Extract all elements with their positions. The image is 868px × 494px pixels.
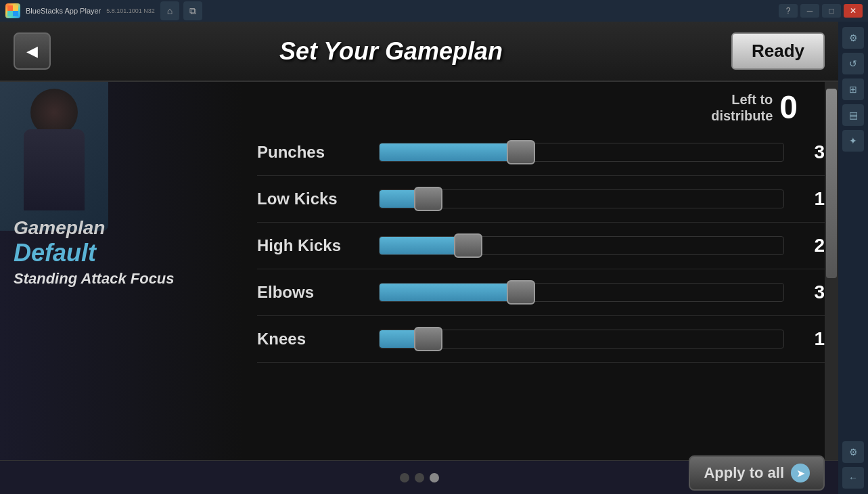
slider-track-3[interactable] [379,283,784,302]
slider-fill-3 [380,284,521,301]
sliders-container: Punches3Low Kicks1High Kicks2Elbows3Knee… [257,129,825,363]
stats-panel: Left todistribute 0 Punches3Low Kicks1Hi… [244,82,838,460]
slider-row-punches: Punches3 [257,129,825,176]
title-nav-icons: ⌂ ⧉ [160,1,202,20]
slider-thumb-2[interactable] [454,233,482,258]
ready-button[interactable]: Ready [731,32,825,70]
bottom-bar: Apply to all ➤ [0,460,838,494]
dot-3[interactable] [430,473,439,482]
slider-track-container-3[interactable] [379,279,784,306]
svg-rect-0 [7,5,13,11]
main-layout: ◀ Set Your Gameplan Ready Gameplan Defau… [0,22,868,494]
close-button[interactable]: ✕ [844,4,863,18]
slider-track-container-4[interactable] [379,325,784,353]
gameplan-info: Gameplan Default Standing Attack Focus [14,217,175,288]
sidebar-icon-back[interactable]: ← [842,467,864,489]
gameplan-value: Default [14,239,175,267]
apply-all-button[interactable]: Apply to all ➤ [689,455,825,491]
slider-row-knees: Knees1 [257,316,825,363]
sidebar-icon-1[interactable]: ⚙ [842,27,864,49]
slider-label-1: Low Kicks [257,189,365,208]
game-header: ◀ Set Your Gameplan Ready [0,22,838,82]
slider-thumb-0[interactable] [507,140,535,164]
app-version: 5.8.101.1001 N32 [106,7,155,14]
slider-label-2: High Kicks [257,236,365,255]
distribute-value: 0 [779,89,798,126]
slider-fill-0 [380,143,521,161]
app-name: BlueStacks App Player [26,7,101,15]
apply-all-label: Apply to all [704,464,784,482]
slider-track-container-1[interactable] [379,185,784,212]
page-title: Set Your Gameplan [51,37,731,66]
back-button[interactable]: ◀ [14,32,51,70]
right-sidebar: ⚙ ↺ ⊞ ▤ ✦ ⚙ ← [838,22,868,494]
slider-track-0[interactable] [379,143,784,162]
slider-value-3: 3 [798,282,825,303]
slider-track-1[interactable] [379,189,784,208]
distribute-info: Left todistribute 0 [711,89,798,126]
scroll-thumb[interactable] [826,89,837,278]
help-button[interactable]: ? [779,4,798,18]
slider-label-0: Punches [257,143,365,162]
title-bar: BlueStacks App Player 5.8.101.1001 N32 ⌂… [0,0,868,22]
window-controls: ? ─ □ ✕ [779,4,863,18]
dot-1[interactable] [400,473,409,482]
dot-2[interactable] [415,473,424,482]
slider-track-container-0[interactable] [379,139,784,166]
maximize-button[interactable]: □ [822,4,841,18]
svg-rect-2 [7,11,13,16]
slider-row-high-kicks: High Kicks2 [257,223,825,269]
character-panel: Gameplan Default Standing Attack Focus [0,82,244,460]
sidebar-icon-settings[interactable]: ⚙ [842,441,864,463]
slider-value-2: 2 [798,235,825,256]
slider-label-3: Elbows [257,283,365,302]
slider-thumb-4[interactable] [414,327,442,351]
slider-track-4[interactable] [379,330,784,349]
minimize-button[interactable]: ─ [800,4,819,18]
slider-label-4: Knees [257,330,365,349]
app-logo [5,3,20,18]
slider-value-1: 1 [798,188,825,210]
back-icon: ◀ [26,43,38,60]
sidebar-icon-5[interactable]: ✦ [842,130,864,152]
sidebar-icon-3[interactable]: ⊞ [842,78,864,100]
slider-thumb-1[interactable] [414,187,442,211]
gameplan-label: Gameplan [14,217,175,239]
slider-value-4: 1 [798,328,825,350]
attack-focus: Standing Attack Focus [14,270,175,288]
game-area: ◀ Set Your Gameplan Ready Gameplan Defau… [0,22,838,494]
sidebar-icon-4[interactable]: ▤ [842,104,864,126]
character-body [24,129,85,210]
slider-track-2[interactable] [379,236,784,255]
home-icon[interactable]: ⌂ [160,1,179,20]
slider-value-0: 3 [798,141,825,163]
slider-thumb-3[interactable] [507,280,535,305]
slider-row-elbows: Elbows3 [257,269,825,316]
game-content: Gameplan Default Standing Attack Focus L… [0,82,838,460]
slider-row-low-kicks: Low Kicks1 [257,176,825,223]
svg-rect-1 [13,5,18,11]
distribute-label: Left todistribute [711,91,773,124]
slider-track-container-2[interactable] [379,232,784,259]
svg-rect-3 [13,11,18,16]
layers-icon[interactable]: ⧉ [183,1,202,20]
apply-all-icon: ➤ [791,464,810,482]
character-image [0,82,108,231]
sidebar-icon-2[interactable]: ↺ [842,53,864,74]
scrollbar[interactable] [825,82,838,460]
